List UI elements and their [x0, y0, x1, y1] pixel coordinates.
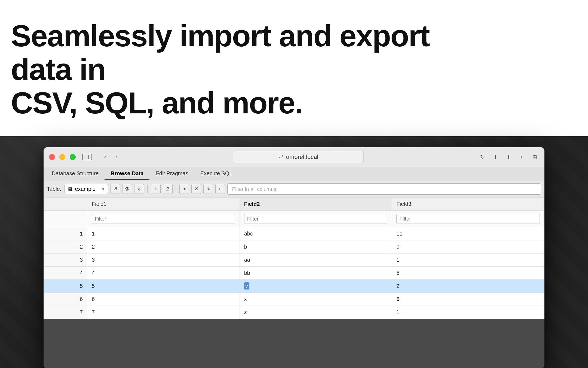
filter-field1-input[interactable] — [92, 214, 235, 224]
cell-field1[interactable]: 1 — [87, 227, 240, 240]
toolbar-sep-2 — [176, 185, 176, 193]
table-row: 4 4 bb 5 — [44, 266, 544, 279]
reload-btn[interactable]: ↻ — [478, 153, 487, 161]
col-header-field2[interactable]: Field2 — [240, 197, 392, 210]
toolbar-sep-1 — [147, 185, 148, 193]
cell-field3[interactable]: 6 — [392, 292, 544, 306]
cell-field2-highlighted[interactable]: v — [240, 279, 392, 292]
table-label: Table: — [47, 186, 61, 192]
cell-field1[interactable]: 6 — [87, 292, 240, 306]
filter-field2[interactable] — [240, 210, 392, 227]
cell-field3[interactable]: 5 — [392, 266, 544, 279]
tab-overview-btn[interactable]: ⊞ — [530, 153, 539, 161]
row-num: 6 — [44, 292, 87, 306]
cell-field2[interactable]: aa — [240, 253, 392, 266]
row-num-header — [44, 197, 87, 210]
url-text: umbrel.local — [286, 153, 318, 161]
traffic-light-minimize[interactable] — [59, 154, 65, 160]
tab-browse-data[interactable]: Browse Data — [105, 168, 149, 180]
browser-controls — [44, 154, 97, 160]
table-row: 2 2 b 0 — [44, 240, 544, 253]
cell-field3[interactable]: 1 — [392, 253, 544, 266]
cell-field1[interactable]: 4 — [87, 266, 240, 279]
toolbar: Table: ▦ example ▾ ↺ ⚗ ⇩ + 🖨 ⊳ ✕ ✎ ↩ Fil… — [44, 181, 544, 197]
cell-field3[interactable]: 11 — [392, 227, 544, 240]
browser-actions: ↻ ⬇ ⬆ ＋ ⊞ — [473, 153, 544, 161]
cell-field3[interactable]: 0 — [392, 240, 544, 253]
delete-row-btn[interactable]: ✕ — [191, 184, 201, 194]
security-icon: 🛡 — [278, 154, 283, 160]
table-row: 3 3 aa 1 — [44, 253, 544, 266]
hero-title: Seamlessly import and export data in CSV… — [11, 19, 474, 120]
table-row: 6 6 x 6 — [44, 292, 544, 306]
col-header-field1[interactable]: Field1 — [87, 197, 240, 210]
empty-area — [44, 319, 544, 368]
cell-field1[interactable]: 7 — [87, 306, 240, 319]
browser-window: ‹ › 🛡 umbrel.local ↻ ⬇ ⬆ ＋ ⊞ Database St… — [44, 147, 544, 368]
table-icon: ▦ — [68, 186, 73, 192]
cell-highlight: v — [244, 282, 249, 289]
export-btn[interactable]: ⇩ — [134, 184, 144, 194]
filter-row-num — [44, 210, 87, 227]
traffic-light-maximize[interactable] — [70, 154, 76, 160]
filter-btn[interactable]: ⚗ — [122, 184, 132, 194]
cell-field2[interactable]: b — [240, 240, 392, 253]
share-btn[interactable]: ⬆ — [504, 153, 513, 161]
table-dropdown-icon: ▾ — [102, 186, 105, 192]
browser-chrome: ‹ › 🛡 umbrel.local ↻ ⬇ ⬆ ＋ ⊞ — [44, 147, 544, 167]
cell-field2[interactable]: z — [240, 306, 392, 319]
sidebar-toggle-btn[interactable] — [82, 154, 92, 160]
insert-row-btn[interactable]: + — [151, 184, 161, 194]
table-row: 7 7 z 1 — [44, 306, 544, 319]
address-bar-container: 🛡 umbrel.local — [124, 151, 473, 163]
tab-database-structure[interactable]: Database Structure — [46, 168, 105, 180]
cell-field1[interactable]: 2 — [87, 240, 240, 253]
row-num: 7 — [44, 306, 87, 319]
back-btn[interactable]: ‹ — [101, 153, 109, 161]
cell-field3[interactable]: 2 — [392, 279, 544, 292]
address-bar[interactable]: 🛡 umbrel.local — [233, 151, 364, 163]
print-btn[interactable]: 🖨 — [163, 184, 173, 194]
row-num: 3 — [44, 253, 87, 266]
table-row-highlighted: 5 5 v 2 — [44, 279, 544, 292]
undo-btn[interactable]: ↩ — [215, 184, 225, 194]
cell-field3[interactable]: 1 — [392, 306, 544, 319]
cell-field2[interactable]: abc — [240, 227, 392, 240]
hero-section: Seamlessly import and export data in CSV… — [0, 0, 588, 136]
filter-field2-input[interactable] — [244, 214, 388, 224]
app-tabs: Database Structure Browse Data Edit Prag… — [44, 167, 544, 181]
browser-nav: ‹ › — [97, 153, 124, 161]
move-first-btn[interactable]: ⊳ — [179, 184, 189, 194]
cell-field1[interactable]: 3 — [87, 253, 240, 266]
row-num: 2 — [44, 240, 87, 253]
table-name: example — [75, 186, 96, 192]
download-btn[interactable]: ⬇ — [491, 153, 500, 161]
filter-field3[interactable] — [392, 210, 544, 227]
app-content: Database Structure Browse Data Edit Prag… — [44, 167, 544, 368]
cell-field1[interactable]: 5 — [87, 279, 240, 292]
row-num: 1 — [44, 227, 87, 240]
tab-execute-sql[interactable]: Execute SQL — [194, 168, 238, 180]
data-table-container: Field1 Field2 Field3 — [44, 197, 544, 319]
forward-btn[interactable]: › — [112, 153, 121, 161]
cell-field2[interactable]: x — [240, 292, 392, 306]
table-row: 1 1 abc 11 — [44, 227, 544, 240]
table-select[interactable]: ▦ example ▾ — [65, 184, 108, 194]
new-tab-btn[interactable]: ＋ — [517, 153, 526, 161]
col-header-field3[interactable]: Field3 — [392, 197, 544, 210]
filter-field1[interactable] — [87, 210, 240, 227]
tab-edit-pragmas[interactable]: Edit Pragmas — [149, 168, 194, 180]
refresh-btn[interactable]: ↺ — [110, 184, 120, 194]
cell-field2[interactable]: bb — [240, 266, 392, 279]
traffic-light-close[interactable] — [49, 154, 55, 160]
save-btn[interactable]: ✎ — [203, 184, 213, 194]
data-table: Field1 Field2 Field3 — [44, 197, 544, 319]
filter-all-input[interactable]: Filter in all columns — [227, 183, 541, 195]
row-num: 4 — [44, 266, 87, 279]
row-num: 5 — [44, 279, 87, 292]
filter-field3-input[interactable] — [396, 214, 540, 224]
